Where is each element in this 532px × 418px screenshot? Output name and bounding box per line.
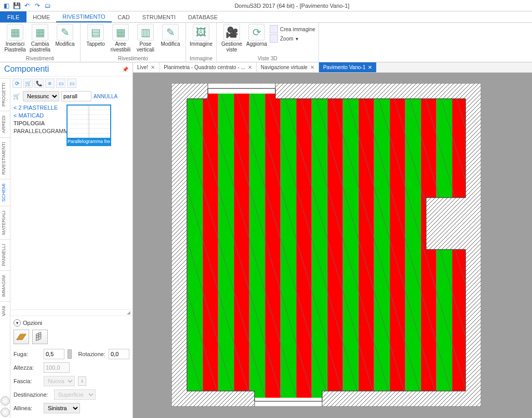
filter-button[interactable]: ≡ — [45, 79, 55, 88]
componenti-panel: Componenti 📌 PROGETTI ARREDI RIVESTIMENT… — [0, 62, 133, 418]
cancel-link[interactable]: ANNULLA — [94, 94, 117, 99]
pose-verticali-button[interactable]: ▥Pose verticali — [134, 24, 157, 53]
filter-select[interactable]: Nessuno — [23, 91, 59, 101]
sidetab-pannelli[interactable]: PANNELLI — [0, 239, 10, 270]
destinazione-select: Superficie — [54, 389, 96, 400]
open-icon[interactable]: 🗂 — [44, 2, 52, 10]
title-bar: ◧ 💾 ↶ ↷ 🗂 DomuS3D 2017 (64 bit) - [Pavim… — [0, 0, 532, 11]
pin-icon[interactable]: 📌 — [122, 67, 128, 72]
zoom-button[interactable]: Zoom ▾ — [270, 34, 315, 43]
floor-mode-button[interactable] — [14, 330, 29, 344]
group-title: Viste 3D — [220, 56, 315, 61]
immagine-button[interactable]: 🖼Immagine — [189, 24, 213, 47]
fascia-select: Nuova — [44, 376, 75, 386]
orb-button-1[interactable] — [1, 396, 10, 406]
allinea-select[interactable]: Sinistra — [44, 403, 80, 413]
cart-button[interactable]: 🛒 — [23, 79, 33, 88]
tab-database[interactable]: DATABASE — [182, 11, 224, 22]
viewport: Live!✕ Planimetria - Quadrato centrato -… — [133, 62, 532, 418]
gestione-viste-button[interactable]: 🎥Gestione viste — [220, 24, 244, 53]
view2-button[interactable]: ▭ — [67, 79, 76, 88]
crumb-maticad[interactable]: < MATICAD — [14, 112, 61, 119]
close-icon[interactable]: ✕ — [248, 64, 252, 70]
close-icon[interactable]: ✕ — [151, 64, 155, 70]
close-icon[interactable]: ✕ — [368, 64, 372, 70]
options-toggle[interactable]: ▾ Opzioni — [14, 319, 129, 326]
sidetab-arredi[interactable]: ARREDI — [0, 111, 10, 137]
ribbon-tabs: FILE HOME RIVESTIMENTO CAD STRUMENTI DAT… — [0, 11, 532, 23]
thumb-preview — [68, 106, 110, 138]
chevron-down-icon: ▾ — [14, 319, 21, 326]
tappeto-button[interactable]: ▤Tappeto — [84, 24, 108, 47]
doctab-navigazione[interactable]: Navigazione virtuale✕ — [257, 62, 319, 72]
inserisci-piastrella-button[interactable]: ▦Inserisci Piastrella — [3, 24, 27, 53]
fascia-label: Fascia: — [14, 378, 41, 384]
file-tab[interactable]: FILE — [0, 11, 26, 22]
fascia-info-button[interactable]: i — [78, 376, 86, 386]
thumb-caption: Parallelogramma frec — [68, 138, 110, 145]
doctab-pavimento[interactable]: Pavimento Vano-1✕ — [319, 62, 377, 72]
modifica-tile-button[interactable]: ✎Modifica — [53, 24, 77, 47]
altezza-input — [44, 362, 70, 373]
crea-immagine-button[interactable]: Crea immagine — [270, 25, 315, 33]
aree-rivestibili-button[interactable]: ▦Aree rivestibili — [109, 24, 132, 53]
sidetab-vani[interactable]: VANI — [0, 301, 10, 320]
fuga-input[interactable] — [44, 349, 64, 359]
fuga-label: Fuga: — [14, 351, 41, 357]
tile-swap-icon: ▦ — [32, 24, 48, 41]
doctab-live[interactable]: Live!✕ — [133, 62, 159, 72]
undo-icon[interactable]: ↶ — [23, 2, 31, 10]
sidetab-rivestimenti[interactable]: RIVESTIMENTI — [0, 137, 10, 179]
ribbon: ▦Inserisci Piastrella ▦Cambia piastrella… — [0, 23, 532, 62]
areas-icon: ▦ — [112, 24, 129, 41]
sidetab-progetti[interactable]: PROGETTI — [0, 78, 10, 111]
allinea-label: Allinea: — [14, 405, 41, 411]
crumb-parallelogramma: PARALLELOGRAMMA — [14, 128, 61, 134]
destinazione-label: Destinazione: — [14, 391, 51, 398]
group-rivestimento: ▤Tappeto ▦Aree rivestibili ▥Pose vertica… — [81, 23, 186, 62]
tab-home[interactable]: HOME — [26, 11, 56, 22]
panel-toolbar: ⟳ 🛒 📞 ≡ ▭ ▭ — [10, 76, 132, 90]
workspace: Componenti 📌 PROGETTI ARREDI RIVESTIMENT… — [0, 62, 532, 418]
modifica-riv-button[interactable]: ✎Modifica — [158, 24, 182, 47]
rotazione-input[interactable] — [109, 349, 129, 359]
group-viste3d: 🎥Gestione viste ⟳Aggiorna Crea immagine … — [217, 23, 319, 62]
tab-strumenti[interactable]: STRUMENTI — [136, 11, 182, 22]
search-input[interactable] — [61, 91, 91, 101]
wall-mode-button[interactable] — [32, 330, 48, 344]
refresh-button[interactable]: ⟳ — [12, 79, 22, 88]
crumb-tipologia: TIPOLOGIA — [14, 120, 61, 126]
sidetab-schemi[interactable]: SCHEMI — [0, 179, 10, 206]
cambia-piastrella-button[interactable]: ▦Cambia piastrella — [28, 24, 52, 53]
fuga-color-swatch[interactable] — [68, 349, 72, 359]
doctab-planimetria[interactable]: Planimetria - Quadrato centrato - ...✕ — [159, 62, 257, 72]
tab-cad[interactable]: CAD — [112, 11, 136, 22]
altezza-label: Altezza: — [14, 364, 41, 371]
crumb-piastrelle[interactable]: < 2 PIASTRELLE — [14, 104, 61, 111]
result-thumb[interactable]: Parallelogramma frec — [66, 104, 111, 146]
window-title: DomuS3D 2017 (64 bit) - [Pavimento Vano-… — [52, 3, 532, 9]
sidetab-immagini[interactable]: IMMAGINI — [0, 270, 10, 301]
quick-access-toolbar: ◧ 💾 ↶ ↷ 🗂 — [0, 2, 52, 10]
views-icon: 🎥 — [223, 24, 240, 41]
edit-icon: ✎ — [162, 24, 179, 41]
cart-icon: 🛒 — [12, 92, 21, 100]
floor-plan — [171, 83, 481, 407]
vertical-icon: ▥ — [137, 24, 154, 41]
phone-button[interactable]: 📞 — [34, 79, 44, 88]
view1-button[interactable]: ▭ — [56, 79, 65, 88]
aggiorna-button[interactable]: ⟳Aggiorna — [245, 24, 269, 47]
redo-icon[interactable]: ↷ — [33, 2, 42, 10]
canvas[interactable] — [133, 73, 532, 418]
close-icon[interactable]: ✕ — [310, 64, 314, 70]
group-title: Immagine — [189, 56, 213, 61]
carpet-icon: ▤ — [87, 24, 104, 41]
orb-button-2[interactable] — [1, 408, 10, 417]
app-icon[interactable]: ◧ — [2, 2, 10, 10]
resize-grip-icon[interactable]: ◢ — [127, 310, 130, 316]
tab-rivestimento[interactable]: RIVESTIMENTO — [56, 11, 111, 22]
sidetab-materiali[interactable]: MATERIALI — [0, 206, 10, 239]
save-icon[interactable]: 💾 — [12, 2, 21, 10]
refresh-icon: ⟳ — [248, 24, 265, 41]
group-rivestimenti: ▦Inserisci Piastrella ▦Cambia piastrella… — [0, 23, 81, 62]
